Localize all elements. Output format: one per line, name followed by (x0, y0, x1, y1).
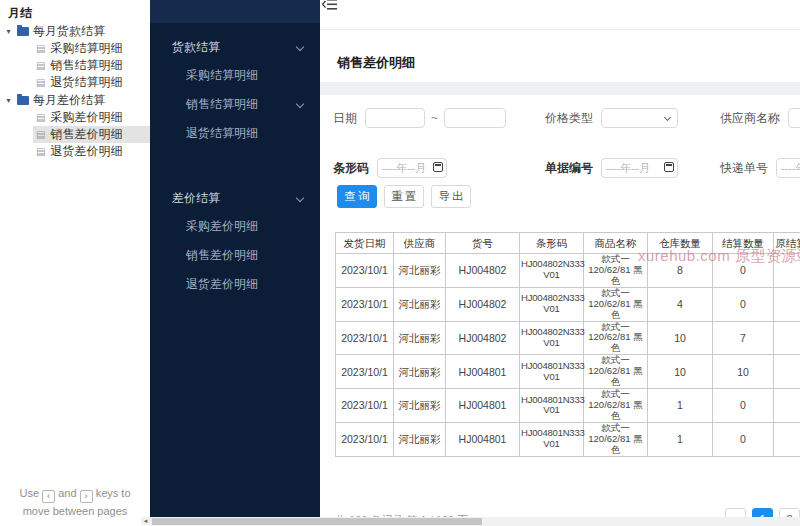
column-header: 仓库数量 (648, 233, 713, 254)
scroll-left-button[interactable]: ◂ (141, 517, 150, 525)
reset-button[interactable]: 重置 (384, 185, 424, 208)
right-arrow-key-icon: › (80, 490, 93, 503)
table-cell (774, 355, 800, 389)
document-icon: ▤ (36, 61, 45, 71)
table-cell (774, 287, 800, 321)
column-header: 发货日期 (336, 233, 394, 254)
caret-down-icon[interactable]: ▾ (4, 27, 13, 36)
collapse-menu-icon[interactable] (322, 0, 338, 15)
menu-item[interactable]: 退货差价明细 (150, 270, 320, 299)
table-cell: 款式一 120/62/81 黑色 (584, 254, 648, 288)
tree-title: 月结 (0, 4, 150, 22)
table-row[interactable]: 2023/10/1河北丽彩HJ004802HJ004802N333 V01款式一… (336, 287, 800, 321)
menu-item[interactable]: 采购差价明细 (150, 212, 320, 241)
table-cell: 0 (713, 389, 774, 423)
table-row[interactable]: 2023/10/1河北丽彩HJ004801HJ004801N333 V01款式一… (336, 422, 800, 456)
date-from-input[interactable] (365, 108, 425, 128)
table-cell: HJ004802N333 V01 (520, 321, 584, 355)
calendar-icon[interactable] (433, 162, 443, 172)
table-cell: HJ004802 (446, 321, 520, 355)
date-range-separator: ~ (431, 111, 438, 125)
table-row[interactable]: 2023/10/1河北丽彩HJ004802HJ004802N333 V01款式一… (336, 254, 800, 288)
table-header-row: 发货日期供应商货号条形码商品名称仓库数量结算数量原结算数量 (336, 233, 800, 254)
horizontal-scrollbar[interactable] (150, 517, 800, 526)
table-cell: 10 (648, 321, 713, 355)
export-button[interactable]: 导出 (431, 185, 471, 208)
document-icon: ▤ (36, 147, 45, 157)
folder-icon (17, 27, 29, 36)
menu-section[interactable]: 货款结算 (150, 33, 320, 61)
tree-item[interactable]: ▤销售结算明细 (0, 57, 150, 74)
menu-sidebar-header (150, 0, 320, 23)
date-to-input[interactable] (444, 108, 506, 128)
tree-group[interactable]: ▾每月货款结算 (0, 22, 150, 40)
menu-sidebar: 货款结算采购结算明细销售结算明细退货结算明细差价结算采购差价明细销售差价明细退货… (150, 0, 320, 526)
caret-down-icon[interactable]: ▾ (4, 96, 13, 105)
table-cell: 河北丽彩 (394, 254, 446, 288)
column-header: 结算数量 (713, 233, 774, 254)
table-cell: 款式一 120/62/81 黑色 (584, 422, 648, 456)
menu-section[interactable]: 差价结算 (150, 184, 320, 212)
menu-item[interactable]: 采购结算明细 (150, 61, 320, 90)
document-icon: ▤ (36, 113, 45, 123)
table-cell: HJ004802N333 V01 (520, 287, 584, 321)
table-cell: 2023/10/1 (336, 287, 394, 321)
tree-sidebar: 月结 ▾每月货款结算▤采购结算明细▤销售结算明细▤退货结算明细▾每月差价结算▤采… (0, 0, 150, 526)
tree-item-label: 销售差价明细 (50, 126, 122, 143)
table-cell: 4 (648, 287, 713, 321)
chevron-down-icon (296, 194, 304, 202)
scrollbar-thumb[interactable] (152, 518, 482, 525)
tree-item-label: 销售结算明细 (50, 57, 122, 74)
table-row[interactable]: 2023/10/1河北丽彩HJ004801HJ004801N333 V01款式一… (336, 355, 800, 389)
query-button[interactable]: 查询 (337, 185, 377, 208)
page-title: 销售差价明细 (320, 30, 800, 82)
menu-item[interactable]: 退货结算明细 (150, 119, 320, 148)
table-cell: 河北丽彩 (394, 355, 446, 389)
tree-group[interactable]: ▾每月差价结算 (0, 91, 150, 109)
table-cell: 2023/10/1 (336, 254, 394, 288)
price-type-label: 价格类型 (545, 110, 593, 127)
column-header: 条形码 (520, 233, 584, 254)
supplier-name-input[interactable] (788, 108, 800, 128)
tree-item-label: 采购结算明细 (50, 40, 122, 57)
table-cell: 0 (713, 422, 774, 456)
column-header: 商品名称 (584, 233, 648, 254)
tree-item[interactable]: ▤退货差价明细 (0, 143, 150, 160)
table-cell: 款式一 120/62/81 黑色 (584, 389, 648, 423)
menu-item[interactable]: 销售差价明细 (150, 241, 320, 270)
price-type-select[interactable] (601, 108, 678, 128)
tree-item-label: 采购差价明细 (50, 109, 122, 126)
tree-item[interactable]: ▤退货结算明细 (0, 74, 150, 91)
folder-icon (17, 96, 29, 105)
menu-item[interactable]: 销售结算明细 (150, 90, 320, 119)
menu-root: 货款结算采购结算明细销售结算明细退货结算明细差价结算采购差价明细销售差价明细退货… (150, 23, 320, 299)
table-cell: 河北丽彩 (394, 422, 446, 456)
doc-no-filter-group: 单据编号 (545, 158, 678, 178)
supplier-name-label: 供应商名称 (720, 110, 780, 127)
table-cell: HJ004801 (446, 389, 520, 423)
calendar-icon[interactable] (664, 162, 674, 172)
barcode-label: 条形码 (333, 160, 369, 177)
express-no-input[interactable] (776, 158, 800, 178)
tree-item[interactable]: ▤采购结算明细 (0, 40, 150, 57)
tree-item[interactable]: ▤销售差价明细 (0, 126, 150, 143)
table-cell: 10 (648, 355, 713, 389)
table-row[interactable]: 2023/10/1河北丽彩HJ004802HJ004802N333 V01款式一… (336, 321, 800, 355)
tree-group-label: 每月差价结算 (33, 92, 105, 109)
table-cell: 款式一 120/62/81 黑色 (584, 287, 648, 321)
date-label: 日期 (333, 110, 357, 127)
document-icon: ▤ (36, 78, 45, 88)
barcode-filter-group: 条形码 (333, 158, 447, 178)
table-cell: 河北丽彩 (394, 287, 446, 321)
table-cell: HJ004802 (446, 254, 520, 288)
tree-item[interactable]: ▤采购差价明细 (0, 109, 150, 126)
table-row[interactable]: 2023/10/1河北丽彩HJ004801HJ004801N333 V01款式一… (336, 389, 800, 423)
table-cell: 款式一 120/62/81 黑色 (584, 355, 648, 389)
doc-no-label: 单据编号 (545, 160, 593, 177)
document-icon: ▤ (36, 130, 45, 140)
express-no-label: 快递单号 (720, 160, 768, 177)
table-cell: 0 (713, 287, 774, 321)
table-cell: 0 (713, 254, 774, 288)
table-cell: HJ004801 (446, 422, 520, 456)
hint-text: keys to move between pages (23, 487, 131, 517)
